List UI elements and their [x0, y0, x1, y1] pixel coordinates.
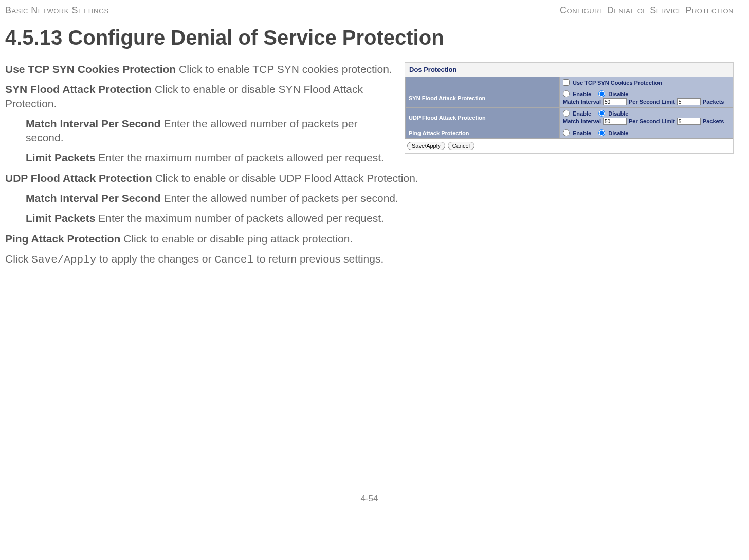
- term-udp-limit: Limit Packets: [26, 212, 95, 224]
- udp-packets-label: Packets: [703, 118, 724, 124]
- term-syn: SYN Flood Attack Protection: [5, 83, 152, 95]
- para-udp-match: Match Interval Per Second Enter the allo…: [26, 191, 734, 205]
- para-apply: Click Save/Apply to apply the changes or…: [5, 252, 734, 267]
- ping-disable-radio[interactable]: [598, 129, 605, 136]
- code-cancel: Cancel: [214, 254, 253, 266]
- udp-row-ctrl: Enable Disable Match Interval Per Second…: [560, 108, 733, 127]
- term-udp-match: Match Interval Per Second: [26, 192, 161, 204]
- syn-disable-label: Disable: [608, 91, 628, 97]
- udp-enable-label: Enable: [573, 110, 591, 117]
- button-row: Save/Apply Cancel: [405, 139, 733, 153]
- udp-disable-label: Disable: [608, 110, 628, 117]
- syn-persec-input[interactable]: [677, 98, 701, 105]
- para-udp: UDP Flood Attack Protection Click to ena…: [5, 171, 734, 185]
- syn-packets-label: Packets: [703, 99, 724, 105]
- term-syn-match: Match Interval Per Second: [26, 118, 161, 129]
- syn-match-label: Match Interval: [563, 99, 601, 105]
- tcp-cookies-label: Use TCP SYN Cookies Protection: [573, 80, 662, 86]
- term-syn-limit: Limit Packets: [26, 152, 95, 163]
- ping-row-ctrl: Enable Disable: [560, 127, 733, 139]
- para-udp-limit: Limit Packets Enter the maximum number o…: [26, 211, 734, 225]
- syn-row-ctrl: Enable Disable Match Interval Per Second…: [560, 88, 733, 108]
- page-header: Basic Network Settings Configure Denial …: [5, 5, 734, 16]
- syn-disable-radio[interactable]: [598, 90, 605, 97]
- udp-row-label: UDP Flood Attack Protection: [406, 108, 560, 127]
- udp-match-input[interactable]: [603, 118, 627, 125]
- dos-protection-panel: Dos Protection Use TCP SYN Cookies Prote…: [405, 62, 734, 154]
- term-tcp-cookies: Use TCP SYN Cookies Protection: [5, 63, 176, 75]
- udp-disable-radio[interactable]: [598, 110, 605, 117]
- text-apply-mid: to apply the changes or: [96, 253, 214, 265]
- text-apply-pre: Click: [5, 253, 31, 265]
- ping-enable-label: Enable: [573, 130, 591, 136]
- udp-enable-radio[interactable]: [563, 110, 570, 117]
- header-left: Basic Network Settings: [5, 5, 109, 16]
- text-tcp-cookies: Click to enable TCP SYN cookies protecti…: [176, 63, 392, 75]
- udp-persec-input[interactable]: [677, 118, 701, 125]
- header-right: Configure Denial of Service Protection: [560, 5, 734, 16]
- text-udp: Click to enable or disable UDP Flood Att…: [152, 172, 418, 184]
- text-ping: Click to enable or disable ping attack p…: [120, 233, 353, 245]
- text-syn-limit: Enter the maximum number of packets allo…: [95, 152, 383, 163]
- para-ping: Ping Attack Protection Click to enable o…: [5, 232, 734, 246]
- page-footer: 4-54: [5, 494, 734, 504]
- udp-match-label: Match Interval: [563, 118, 601, 124]
- text-udp-limit: Enter the maximum number of packets allo…: [95, 212, 383, 224]
- ping-enable-radio[interactable]: [563, 129, 570, 136]
- tcp-cookies-cell: Use TCP SYN Cookies Protection: [560, 77, 733, 88]
- code-save: Save/Apply: [31, 254, 96, 266]
- syn-enable-label: Enable: [573, 91, 591, 97]
- save-apply-button[interactable]: Save/Apply: [407, 142, 445, 150]
- ping-disable-label: Disable: [608, 130, 628, 136]
- syn-enable-radio[interactable]: [563, 90, 570, 97]
- text-udp-match: Enter the allowed number of packets per …: [161, 192, 398, 204]
- panel-title: Dos Protection: [405, 63, 733, 77]
- term-ping: Ping Attack Protection: [5, 233, 120, 245]
- ping-row-label: Ping Attack Protection: [406, 127, 560, 139]
- syn-match-input[interactable]: [603, 98, 627, 105]
- tcp-cookies-checkbox[interactable]: [563, 79, 570, 86]
- section-title: 4.5.13 Configure Denial of Service Prote…: [5, 26, 734, 49]
- syn-persec-label: Per Second Limit: [629, 99, 675, 105]
- text-apply-post: to return previous settings.: [253, 253, 383, 265]
- empty-row-label: [406, 77, 560, 88]
- cancel-button[interactable]: Cancel: [448, 142, 474, 150]
- term-udp: UDP Flood Attack Protection: [5, 172, 152, 184]
- udp-persec-label: Per Second Limit: [629, 118, 675, 124]
- syn-row-label: SYN Flood Attack Protection: [406, 88, 560, 108]
